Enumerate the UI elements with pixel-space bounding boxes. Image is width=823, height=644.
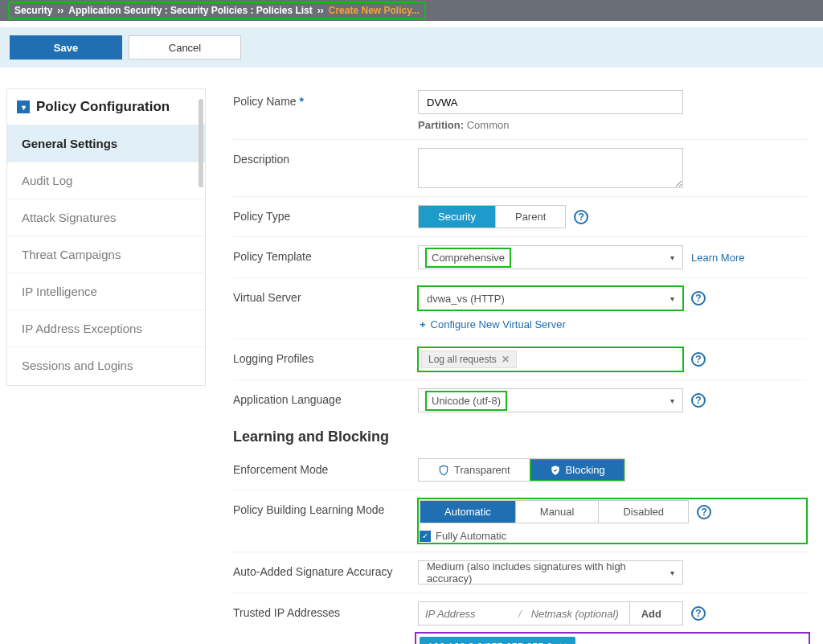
app-language-label: Application Language: [233, 388, 418, 406]
help-icon[interactable]: ?: [574, 210, 588, 224]
policy-type-segmented: Security Parent: [418, 205, 566, 228]
sidebar-item-audit-log[interactable]: Audit Log: [7, 162, 205, 199]
netmask-input[interactable]: [525, 602, 629, 625]
sidebar-title: Policy Configuration: [36, 99, 170, 115]
action-bar: Save Cancel: [0, 27, 823, 68]
fully-automatic-label: Fully Automatic: [436, 530, 506, 542]
sidebar-item-attack-signatures[interactable]: Attack Signatures: [7, 199, 205, 236]
ip-chip-highlight: 192.168.2.0/255.255.255.0 ✕: [418, 635, 807, 644]
virtual-server-label: Virtual Server: [233, 286, 418, 304]
learning-mode-manual[interactable]: Manual: [516, 501, 600, 523]
partition-text: Partition: Common: [418, 119, 807, 131]
save-button[interactable]: Save: [10, 35, 122, 59]
add-ip-button[interactable]: Add: [629, 602, 673, 625]
sidebar-item-sessions-logins[interactable]: Sessions and Logins: [7, 347, 205, 384]
description-label: Description: [233, 148, 418, 166]
enforcement-mode-segmented: Transparent Blocking: [418, 458, 625, 482]
breadcrumb-active: Create New Policy...: [329, 5, 420, 16]
sidebar-header[interactable]: ▾ Policy Configuration: [7, 89, 205, 125]
sig-accuracy-select[interactable]: Medium (also includes signatures with hi…: [418, 560, 683, 585]
trusted-ip-chip: 192.168.2.0/255.255.255.0 ✕: [420, 637, 575, 644]
policy-template-label: Policy Template: [233, 245, 418, 263]
policy-type-parent[interactable]: Parent: [496, 206, 565, 228]
cancel-button[interactable]: Cancel: [129, 35, 241, 59]
sidebar-item-ip-exceptions[interactable]: IP Address Exceptions: [7, 310, 205, 347]
chevron-down-icon: ▾: [670, 253, 674, 262]
enforcement-blocking[interactable]: Blocking: [530, 459, 624, 481]
policy-template-value: Comprehensive: [427, 249, 510, 266]
collapse-icon[interactable]: ▾: [17, 100, 30, 113]
virtual-server-select[interactable]: dvwa_vs (HTTP) ▾: [418, 286, 683, 310]
fully-automatic-checkbox[interactable]: ✓: [420, 531, 431, 542]
virtual-server-value: dvwa_vs (HTTP): [427, 293, 505, 305]
description-textarea[interactable]: [418, 148, 683, 188]
enforcement-mode-label: Enforcement Mode: [233, 458, 418, 476]
chevron-down-icon: ▾: [670, 396, 674, 405]
learning-blocking-heading: Learning and Blocking: [233, 429, 807, 445]
trusted-ip-input-group: / Add: [418, 601, 683, 626]
logging-profiles-label: Logging Profiles: [233, 347, 418, 365]
form-area: Policy Name * Partition: Common Descript…: [209, 82, 823, 644]
app-language-value: Unicode (utf-8): [427, 392, 506, 409]
policy-name-input[interactable]: [418, 90, 683, 114]
configure-vs-link[interactable]: + Configure New Virtual Server: [420, 318, 807, 330]
policy-type-label: Policy Type: [233, 205, 418, 223]
remove-chip-icon[interactable]: ✕: [559, 641, 567, 644]
breadcrumb-bar: Security ›› Application Security : Secur…: [0, 0, 823, 21]
sidebar-item-general-settings[interactable]: General Settings: [7, 125, 205, 162]
ip-separator: /: [515, 608, 525, 620]
breadcrumb-mid[interactable]: Application Security : Security Policies…: [68, 5, 312, 16]
help-icon[interactable]: ?: [697, 505, 711, 519]
learning-mode-segmented: Automatic Manual Disabled: [420, 500, 689, 523]
breadcrumb-highlight: Security ›› Application Security : Secur…: [8, 2, 426, 19]
shield-outline-icon: [438, 465, 449, 476]
app-language-select[interactable]: Unicode (utf-8) ▾: [418, 388, 683, 412]
chevron-down-icon: ▾: [670, 294, 674, 303]
help-icon[interactable]: ?: [691, 606, 706, 621]
sidebar-panel: ▾ Policy Configuration General Settings …: [6, 88, 206, 386]
policy-type-security[interactable]: Security: [419, 206, 496, 228]
logging-tag: Log all requests ✕: [421, 351, 517, 368]
plus-icon: +: [420, 318, 426, 330]
required-star: *: [299, 95, 303, 108]
trusted-ip-label: Trusted IP Addresses: [233, 601, 418, 619]
ip-address-input[interactable]: [419, 602, 515, 625]
learning-mode-disabled[interactable]: Disabled: [599, 501, 688, 523]
chevron-down-icon: ▾: [670, 568, 674, 577]
help-icon[interactable]: ?: [691, 393, 706, 408]
shield-check-icon: [550, 465, 561, 476]
remove-tag-icon[interactable]: ✕: [502, 354, 510, 365]
sig-accuracy-label: Auto-Added Signature Accuracy: [233, 560, 418, 578]
learning-mode-label: Policy Building Learning Mode: [233, 498, 418, 516]
policy-template-select[interactable]: Comprehensive ▾: [418, 245, 683, 269]
learn-more-link[interactable]: Learn More: [691, 252, 744, 264]
breadcrumb-sep: ››: [57, 5, 63, 16]
policy-name-label: Policy Name *: [233, 90, 418, 108]
sidebar: ▾ Policy Configuration General Settings …: [0, 82, 209, 644]
sidebar-item-ip-intelligence[interactable]: IP Intelligence: [7, 273, 205, 310]
enforcement-transparent[interactable]: Transparent: [419, 459, 530, 481]
learning-mode-automatic[interactable]: Automatic: [420, 501, 516, 523]
logging-profiles-input[interactable]: Log all requests ✕: [418, 347, 683, 371]
help-icon[interactable]: ?: [691, 352, 706, 367]
breadcrumb-sep: ››: [317, 5, 324, 16]
help-icon[interactable]: ?: [691, 291, 706, 306]
breadcrumb-root[interactable]: Security: [14, 5, 52, 16]
scrollbar-thumb[interactable]: [199, 99, 203, 187]
sidebar-item-threat-campaigns[interactable]: Threat Campaigns: [7, 236, 205, 273]
